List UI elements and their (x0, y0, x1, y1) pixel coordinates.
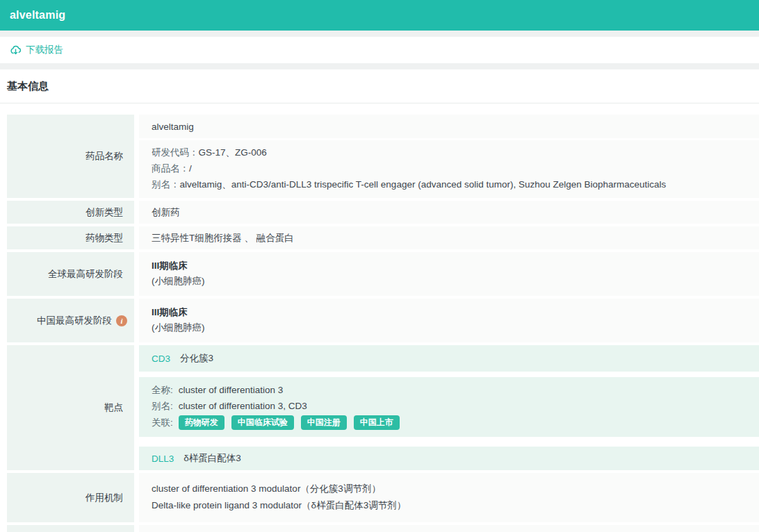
drug-name-details: 研发代码：GS-17、ZG-006 商品名：/ 别名：alveltamig、an… (139, 140, 759, 198)
cloud-download-icon (10, 44, 22, 56)
drug-primary-name: alveltamig (139, 115, 759, 138)
table-row-global-stage: 全球最高研发阶段 III期临床 (小细胞肺癌) (7, 252, 759, 296)
row-label: 靶点 (7, 345, 134, 470)
target-dll3-name: δ样蛋白配体3 (183, 452, 241, 465)
target-cd3-link[interactable]: CD3 (152, 354, 170, 364)
toolbar: 下载报告 (0, 37, 759, 63)
table-row-innovation-type: 创新类型 创新药 (7, 201, 759, 224)
alias-value: alveltamig、anti-CD3/anti-DLL3 trispecifi… (180, 179, 667, 190)
china-stage-value: III期临床 (小细胞肺癌) (139, 299, 759, 342)
trade-name-value: / (189, 163, 192, 174)
target-fullname-value: cluster of differentiation 3 (179, 382, 284, 398)
download-report-label: 下载报告 (26, 44, 63, 56)
indication-value: 小细胞肺癌•III期临床 (139, 525, 759, 532)
page-title: alveltamig (10, 9, 65, 22)
global-stage-indication: (小细胞肺癌) (152, 274, 746, 289)
table-row-china-stage: 中国最高研发阶段 i III期临床 (小细胞肺癌) (7, 299, 759, 342)
table-row-indication: 小细胞肺癌•III期临床 (7, 525, 759, 532)
table-row-target: 靶点 CD3 分化簇3 全称: cluster of differentiati… (7, 345, 759, 470)
table-row-drug-type: 药物类型 三特异性T细胞衔接器 、 融合蛋白 (7, 226, 759, 249)
drug-type-value: 三特异性T细胞衔接器 、 融合蛋白 (139, 226, 759, 249)
basic-info-card: 基本信息 药品名称 alveltamig 研发代码：GS-17、ZG-006 商… (0, 69, 759, 532)
tag-china-registration[interactable]: 中国注册 (301, 415, 347, 430)
row-label (7, 525, 134, 532)
target-cd3-details: 全称: cluster of differentiation 3 别名: clu… (139, 377, 759, 437)
dev-code-value: GS-17、ZG-006 (199, 147, 267, 158)
row-label: 药物类型 (7, 226, 134, 249)
mechanism-line-1: cluster of differentiation 3 modulator（分… (152, 482, 746, 495)
mechanism-value: cluster of differentiation 3 modulator（分… (139, 473, 759, 522)
section-divider (0, 103, 759, 103)
row-label: 药品名称 (7, 115, 134, 198)
innovation-type-value: 创新药 (139, 201, 759, 224)
global-stage-value: III期临床 (小细胞肺癌) (139, 252, 759, 296)
target-cd3-name: 分化簇3 (180, 352, 213, 365)
target-alias-value: cluster of differentiation 3, CD3 (179, 398, 307, 414)
row-label: 中国最高研发阶段 (37, 315, 112, 327)
page-header: alveltamig (0, 0, 759, 31)
alias-label: 别名： (152, 179, 180, 190)
global-stage-phase: III期临床 (152, 258, 746, 274)
target-dll3-link[interactable]: DLL3 (152, 454, 174, 464)
section-title: 基本信息 (0, 69, 759, 103)
target-cd3-header: CD3 分化簇3 (139, 345, 759, 372)
table-row-mechanism: 作用机制 cluster of differentiation 3 modula… (7, 473, 759, 522)
trade-name-label: 商品名： (152, 163, 189, 174)
row-label: 全球最高研发阶段 (7, 252, 134, 296)
dev-code-label: 研发代码： (152, 147, 199, 158)
target-fullname-label: 全称: (152, 382, 173, 398)
row-label: 作用机制 (7, 473, 134, 522)
tag-china-marketed[interactable]: 中国上市 (354, 415, 400, 430)
target-alias-label: 别名: (152, 398, 173, 414)
tag-drug-rd[interactable]: 药物研发 (179, 415, 225, 430)
china-stage-indication: (小细胞肺癌) (152, 320, 746, 335)
target-assoc-label: 关联: (152, 417, 173, 429)
table-row-drug-name: 药品名称 alveltamig 研发代码：GS-17、ZG-006 商品名：/ … (7, 115, 759, 198)
basic-info-table: 药品名称 alveltamig 研发代码：GS-17、ZG-006 商品名：/ … (7, 115, 759, 532)
china-stage-phase: III期临床 (152, 305, 746, 320)
info-icon[interactable]: i (116, 315, 127, 326)
row-label: 创新类型 (7, 201, 134, 224)
mechanism-line-2: Delta-like protein ligand 3 modulator（δ样… (152, 499, 746, 512)
download-report-button[interactable]: 下载报告 (10, 44, 63, 56)
tag-china-clinical-trial[interactable]: 中国临床试验 (231, 415, 294, 430)
target-dll3-header: DLL3 δ样蛋白配体3 (139, 447, 759, 470)
